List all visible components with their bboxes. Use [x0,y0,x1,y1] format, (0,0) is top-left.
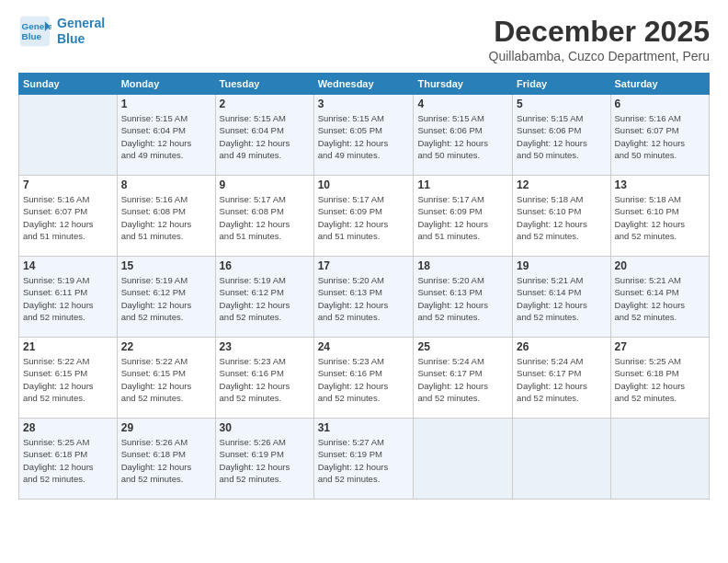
calendar-cell: 1Sunrise: 5:15 AMSunset: 6:04 PMDaylight… [117,95,215,176]
calendar-cell: 5Sunrise: 5:15 AMSunset: 6:06 PMDaylight… [513,95,610,176]
day-number: 12 [517,178,606,191]
day-info: Sunrise: 5:21 AMSunset: 6:14 PMDaylight:… [615,274,705,323]
month-title: December 2025 [489,15,710,49]
calendar-cell: 10Sunrise: 5:17 AMSunset: 6:09 PMDayligh… [313,176,414,257]
day-info: Sunrise: 5:15 AMSunset: 6:04 PMDaylight:… [220,112,310,161]
day-info: Sunrise: 5:19 AMSunset: 6:12 PMDaylight:… [121,274,211,323]
day-info: Sunrise: 5:17 AMSunset: 6:08 PMDaylight:… [220,193,310,242]
calendar-cell: 8Sunrise: 5:16 AMSunset: 6:08 PMDaylight… [117,176,215,257]
day-number: 21 [23,340,113,353]
calendar-header-monday: Monday [117,74,215,95]
calendar-cell [610,419,709,500]
calendar-header-thursday: Thursday [414,74,513,95]
day-number: 22 [121,340,211,353]
calendar-cell: 31Sunrise: 5:27 AMSunset: 6:19 PMDayligh… [313,419,414,500]
calendar-cell: 28Sunrise: 5:25 AMSunset: 6:18 PMDayligh… [19,419,118,500]
day-info: Sunrise: 5:23 AMSunset: 6:16 PMDaylight:… [220,355,310,404]
calendar-cell: 6Sunrise: 5:16 AMSunset: 6:07 PMDaylight… [610,95,709,176]
calendar-cell: 16Sunrise: 5:19 AMSunset: 6:12 PMDayligh… [215,257,313,338]
day-info: Sunrise: 5:21 AMSunset: 6:14 PMDaylight:… [517,274,606,323]
day-number: 13 [615,178,705,191]
day-info: Sunrise: 5:15 AMSunset: 6:06 PMDaylight:… [417,112,508,161]
day-info: Sunrise: 5:24 AMSunset: 6:17 PMDaylight:… [517,355,606,404]
calendar-cell: 23Sunrise: 5:23 AMSunset: 6:16 PMDayligh… [215,338,313,419]
day-info: Sunrise: 5:26 AMSunset: 6:19 PMDaylight:… [220,436,310,485]
day-info: Sunrise: 5:25 AMSunset: 6:18 PMDaylight:… [615,355,705,404]
calendar-cell: 14Sunrise: 5:19 AMSunset: 6:11 PMDayligh… [19,257,118,338]
calendar-cell: 13Sunrise: 5:18 AMSunset: 6:10 PMDayligh… [610,176,709,257]
day-number: 1 [121,98,211,110]
calendar-cell: 18Sunrise: 5:20 AMSunset: 6:13 PMDayligh… [414,257,513,338]
day-number: 14 [23,259,113,272]
day-info: Sunrise: 5:22 AMSunset: 6:15 PMDaylight:… [121,355,211,404]
day-info: Sunrise: 5:17 AMSunset: 6:09 PMDaylight:… [417,193,508,242]
logo-text: General Blue [57,16,105,47]
day-number: 17 [318,259,410,272]
calendar-cell: 12Sunrise: 5:18 AMSunset: 6:10 PMDayligh… [513,176,610,257]
calendar-cell: 11Sunrise: 5:17 AMSunset: 6:09 PMDayligh… [414,176,513,257]
day-number: 24 [318,340,410,353]
calendar-cell: 27Sunrise: 5:25 AMSunset: 6:18 PMDayligh… [610,338,709,419]
day-info: Sunrise: 5:20 AMSunset: 6:13 PMDaylight:… [417,274,508,323]
calendar-header-saturday: Saturday [610,74,709,95]
calendar-cell: 15Sunrise: 5:19 AMSunset: 6:12 PMDayligh… [117,257,215,338]
day-number: 16 [220,259,310,272]
day-number: 2 [220,98,310,110]
calendar-week-row: 1Sunrise: 5:15 AMSunset: 6:04 PMDaylight… [19,95,710,176]
day-info: Sunrise: 5:22 AMSunset: 6:15 PMDaylight:… [23,355,113,404]
page-container: General Blue General Blue December 2025 … [0,0,728,563]
logo: General Blue General Blue [18,15,105,48]
calendar-header-friday: Friday [513,74,610,95]
calendar-cell: 9Sunrise: 5:17 AMSunset: 6:08 PMDaylight… [215,176,313,257]
day-info: Sunrise: 5:27 AMSunset: 6:19 PMDaylight:… [318,436,410,485]
calendar-header-wednesday: Wednesday [313,74,414,95]
calendar-cell: 2Sunrise: 5:15 AMSunset: 6:04 PMDaylight… [215,95,313,176]
day-number: 8 [121,178,211,191]
day-number: 28 [23,421,113,434]
day-number: 26 [517,340,606,353]
day-number: 5 [517,98,606,110]
calendar-week-row: 28Sunrise: 5:25 AMSunset: 6:18 PMDayligh… [19,419,710,500]
day-number: 6 [615,98,705,110]
day-number: 27 [615,340,705,353]
calendar-header-row: SundayMondayTuesdayWednesdayThursdayFrid… [19,74,710,95]
calendar-cell: 4Sunrise: 5:15 AMSunset: 6:06 PMDaylight… [414,95,513,176]
subtitle: Quillabamba, Cuzco Department, Peru [489,49,710,63]
day-info: Sunrise: 5:18 AMSunset: 6:10 PMDaylight:… [615,193,705,242]
day-info: Sunrise: 5:19 AMSunset: 6:11 PMDaylight:… [23,274,113,323]
day-info: Sunrise: 5:15 AMSunset: 6:05 PMDaylight:… [318,112,410,161]
day-info: Sunrise: 5:16 AMSunset: 6:07 PMDaylight:… [23,193,113,242]
calendar-cell: 20Sunrise: 5:21 AMSunset: 6:14 PMDayligh… [610,257,709,338]
day-info: Sunrise: 5:25 AMSunset: 6:18 PMDaylight:… [23,436,113,485]
calendar-cell [19,95,118,176]
day-number: 15 [121,259,211,272]
day-number: 31 [318,421,410,434]
day-number: 30 [220,421,310,434]
day-info: Sunrise: 5:19 AMSunset: 6:12 PMDaylight:… [220,274,310,323]
day-info: Sunrise: 5:17 AMSunset: 6:09 PMDaylight:… [318,193,410,242]
calendar-cell [513,419,610,500]
day-info: Sunrise: 5:26 AMSunset: 6:18 PMDaylight:… [121,436,211,485]
day-number: 7 [23,178,113,191]
day-number: 19 [517,259,606,272]
calendar-cell: 19Sunrise: 5:21 AMSunset: 6:14 PMDayligh… [513,257,610,338]
calendar-cell [414,419,513,500]
day-info: Sunrise: 5:15 AMSunset: 6:04 PMDaylight:… [121,112,211,161]
day-info: Sunrise: 5:23 AMSunset: 6:16 PMDaylight:… [318,355,410,404]
svg-text:Blue: Blue [22,31,42,41]
header: General Blue General Blue December 2025 … [18,15,710,63]
day-number: 29 [121,421,211,434]
day-number: 9 [220,178,310,191]
day-info: Sunrise: 5:16 AMSunset: 6:08 PMDaylight:… [121,193,211,242]
calendar-header-sunday: Sunday [19,74,118,95]
calendar-cell: 7Sunrise: 5:16 AMSunset: 6:07 PMDaylight… [19,176,118,257]
calendar-cell: 25Sunrise: 5:24 AMSunset: 6:17 PMDayligh… [414,338,513,419]
calendar-cell: 24Sunrise: 5:23 AMSunset: 6:16 PMDayligh… [313,338,414,419]
calendar-cell: 22Sunrise: 5:22 AMSunset: 6:15 PMDayligh… [117,338,215,419]
day-number: 20 [615,259,705,272]
calendar-cell: 21Sunrise: 5:22 AMSunset: 6:15 PMDayligh… [19,338,118,419]
day-info: Sunrise: 5:16 AMSunset: 6:07 PMDaylight:… [615,112,705,161]
calendar-week-row: 21Sunrise: 5:22 AMSunset: 6:15 PMDayligh… [19,338,710,419]
title-block: December 2025 Quillabamba, Cuzco Departm… [489,15,710,63]
calendar-cell: 29Sunrise: 5:26 AMSunset: 6:18 PMDayligh… [117,419,215,500]
